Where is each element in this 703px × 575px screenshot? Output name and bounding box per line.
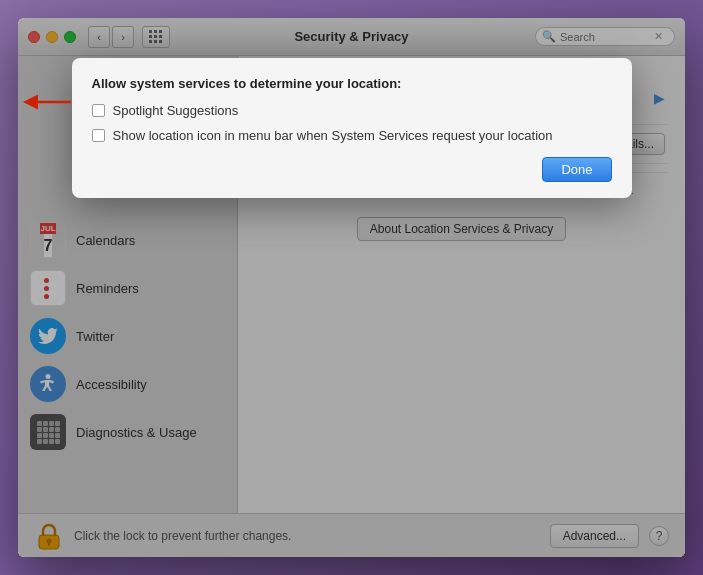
location-icon-checkbox[interactable] (92, 129, 105, 142)
main-window: ‹ › Security & Privacy 🔍 ✕ JUL (18, 18, 685, 557)
popup-checkbox-row-1: Spotlight Suggestions (92, 103, 612, 118)
popup-title: Allow system services to determine your … (92, 76, 612, 91)
popup-done-row: Done (92, 157, 612, 182)
popup-overlay: Allow system services to determine your … (18, 18, 685, 557)
red-arrow-icon (22, 90, 77, 114)
popup-checkbox-row-2: Show location icon in menu bar when Syst… (92, 128, 612, 143)
spotlight-suggestions-checkbox[interactable] (92, 104, 105, 117)
spotlight-suggestions-label: Spotlight Suggestions (113, 103, 239, 118)
location-icon-label: Show location icon in menu bar when Syst… (113, 128, 553, 143)
popup-dialog: Allow system services to determine your … (72, 58, 632, 198)
done-button[interactable]: Done (542, 157, 611, 182)
